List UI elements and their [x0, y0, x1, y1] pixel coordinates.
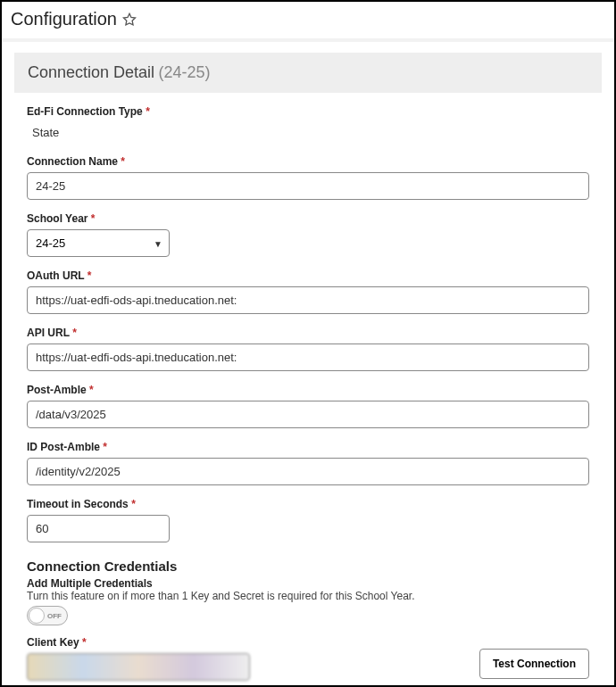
oauth-label: OAuth URL *: [27, 269, 589, 282]
school-year-label-text: School Year: [27, 212, 87, 225]
multi-cred-toggle[interactable]: OFF: [27, 606, 68, 625]
toggle-state-text: OFF: [47, 612, 62, 620]
page-title: Configuration: [11, 9, 117, 29]
required-indicator: *: [89, 384, 94, 396]
api-input[interactable]: [27, 344, 589, 371]
required-indicator: *: [72, 327, 77, 339]
required-indicator: *: [103, 441, 107, 453]
idpostamble-group: ID Post-Amble *: [27, 441, 589, 485]
section-title: Connection Detail: [28, 63, 154, 81]
section-year: (24-25): [159, 63, 211, 81]
multi-cred-help: Turn this feature on if more than 1 Key …: [27, 590, 589, 602]
client-key-label-text: Client Key: [27, 636, 79, 649]
conn-name-label-text: Connection Name: [27, 155, 118, 168]
toggle-knob: [29, 608, 45, 624]
postamble-label-text: Post-Amble: [27, 384, 87, 396]
credentials-heading: Connection Credentials: [27, 559, 589, 574]
timeout-group: Timeout in Seconds *: [27, 498, 589, 542]
idpostamble-label: ID Post-Amble *: [27, 441, 589, 453]
required-indicator: *: [131, 498, 136, 510]
api-label-text: API URL: [27, 327, 70, 339]
required-indicator: *: [91, 212, 96, 225]
client-key-input[interactable]: [27, 653, 250, 681]
postamble-input[interactable]: [27, 401, 589, 428]
required-indicator: *: [82, 636, 87, 649]
client-key-label: Client Key *: [27, 636, 250, 649]
idpostamble-label-text: ID Post-Amble: [27, 441, 100, 453]
oauth-label-text: OAuth URL: [27, 269, 84, 282]
idpostamble-input[interactable]: [27, 458, 589, 485]
test-connection-button[interactable]: Test Connection: [479, 649, 589, 679]
conn-name-group: Connection Name *: [27, 155, 589, 200]
conn-type-group: Ed-Fi Connection Type * State: [27, 105, 589, 143]
client-key-group: Client Key *: [27, 636, 250, 681]
timeout-input[interactable]: [27, 515, 170, 542]
api-label: API URL *: [27, 327, 589, 339]
star-icon[interactable]: [122, 12, 137, 27]
timeout-label-text: Timeout in Seconds: [27, 498, 129, 510]
client-key-row: Client Key * Test Connection: [27, 636, 589, 681]
required-indicator: *: [146, 105, 150, 118]
postamble-label: Post-Amble *: [27, 384, 589, 396]
school-year-label: School Year *: [27, 212, 589, 225]
conn-type-label-text: Ed-Fi Connection Type: [27, 105, 143, 118]
conn-type-value: State: [27, 122, 589, 143]
oauth-input[interactable]: [27, 286, 589, 314]
conn-name-input[interactable]: [27, 172, 589, 200]
form-body: Ed-Fi Connection Type * State Connection…: [2, 93, 614, 687]
required-indicator: *: [121, 155, 125, 168]
conn-type-label: Ed-Fi Connection Type *: [27, 105, 589, 118]
api-group: API URL *: [27, 327, 589, 371]
required-indicator: *: [87, 269, 92, 282]
postamble-group: Post-Amble *: [27, 384, 589, 428]
page-header: Configuration: [2, 2, 614, 42]
school-year-group: School Year * 24-25 ▼: [27, 212, 589, 257]
multi-cred-label: Add Multiple Credentials: [27, 577, 589, 590]
oauth-group: OAuth URL *: [27, 269, 589, 314]
timeout-label: Timeout in Seconds *: [27, 498, 589, 510]
section-header: Connection Detail (24-25): [14, 53, 602, 93]
conn-name-label: Connection Name *: [27, 155, 589, 168]
school-year-select-wrap: 24-25 ▼: [27, 229, 170, 257]
school-year-select[interactable]: 24-25: [27, 229, 170, 257]
